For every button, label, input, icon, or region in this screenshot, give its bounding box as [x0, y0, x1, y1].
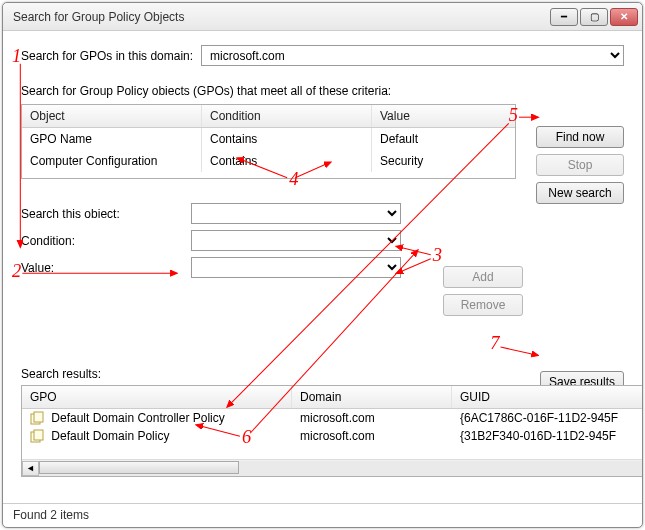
- results-label: Search results:: [21, 367, 101, 381]
- results-table: GPO Domain GUID Default Domain Controlle…: [21, 385, 642, 477]
- add-button[interactable]: Add: [443, 266, 523, 288]
- remove-button[interactable]: Remove: [443, 294, 523, 316]
- results-row[interactable]: Default Domain Controller Policy microso…: [22, 409, 642, 427]
- domain-select[interactable]: microsoft.com: [201, 45, 624, 66]
- svg-rect-3: [34, 430, 43, 440]
- scroll-track[interactable]: [39, 461, 642, 476]
- scroll-thumb[interactable]: [39, 461, 239, 474]
- search-object-select[interactable]: [191, 203, 401, 224]
- scroll-left-icon[interactable]: ◄: [22, 461, 39, 476]
- titlebar: Search for Group Policy Objects ━ ▢ ✕: [3, 3, 642, 31]
- results-header-domain[interactable]: Domain: [292, 386, 452, 408]
- criteria-body: GPO Name Contains Default Computer Confi…: [22, 128, 515, 178]
- svg-rect-1: [34, 412, 43, 422]
- minimize-button[interactable]: ━: [550, 8, 578, 26]
- criteria-cell-value: Default: [372, 128, 515, 150]
- criteria-header-condition[interactable]: Condition: [202, 105, 372, 127]
- dialog-body: Search for GPOs in this domain: microsof…: [3, 31, 642, 503]
- search-object-label: Search this obiect:: [21, 207, 191, 221]
- results-cell-gpo: Default Domain Policy: [22, 428, 292, 444]
- find-now-button[interactable]: Find now: [536, 126, 624, 148]
- window-title: Search for Group Policy Objects: [13, 10, 550, 24]
- criteria-label: Search for Group Policy obiects (GPOs) t…: [21, 84, 624, 98]
- results-cell-domain: microsoft.com: [292, 428, 452, 444]
- svg-line-21: [501, 347, 538, 355]
- criteria-cell-condition: Contains: [202, 150, 372, 172]
- domain-label: Search for GPOs in this domain:: [21, 49, 193, 63]
- criteria-cell-object: GPO Name: [22, 128, 202, 150]
- gpo-icon: [30, 429, 44, 443]
- svg-text:7: 7: [490, 333, 500, 353]
- value-label: Value:: [21, 261, 191, 275]
- window-buttons: ━ ▢ ✕: [550, 8, 638, 26]
- side-buttons: Find now Stop New search: [536, 126, 624, 204]
- condition-label: Condition:: [21, 234, 191, 248]
- results-cell-domain: microsoft.com: [292, 410, 452, 426]
- criteria-form: Search this obiect: Condition: Value:: [21, 203, 516, 278]
- criteria-cell-value: Security: [372, 150, 515, 172]
- status-text: Found 2 items: [13, 508, 89, 522]
- criteria-cell-object: Computer Configuration: [22, 150, 202, 172]
- form-buttons: Add Remove: [443, 266, 523, 316]
- results-body: Default Domain Controller Policy microso…: [22, 409, 642, 459]
- results-scrollbar[interactable]: ◄ ►: [22, 459, 642, 476]
- svg-text:1: 1: [12, 46, 21, 66]
- value-select[interactable]: [191, 257, 401, 278]
- criteria-header: Object Condition Value: [22, 105, 515, 128]
- close-button[interactable]: ✕: [610, 8, 638, 26]
- domain-row: Search for GPOs in this domain: microsof…: [21, 45, 624, 66]
- results-cell-guid: {31B2F340-016D-11D2-945F: [452, 428, 642, 444]
- svg-text:2: 2: [12, 261, 21, 281]
- results-cell-guid: {6AC1786C-016F-11D2-945F: [452, 410, 642, 426]
- criteria-row[interactable]: Computer Configuration Contains Security: [22, 150, 515, 172]
- criteria-header-value[interactable]: Value: [372, 105, 515, 127]
- results-header: GPO Domain GUID: [22, 386, 642, 409]
- results-row[interactable]: Default Domain Policy microsoft.com {31B…: [22, 427, 642, 445]
- results-header-gpo[interactable]: GPO: [22, 386, 292, 408]
- gpo-icon: [30, 411, 44, 425]
- status-bar: Found 2 items: [3, 503, 642, 527]
- condition-select[interactable]: [191, 230, 401, 251]
- window: Search for Group Policy Objects ━ ▢ ✕ Se…: [2, 2, 643, 528]
- criteria-header-object[interactable]: Object: [22, 105, 202, 127]
- criteria-cell-condition: Contains: [202, 128, 372, 150]
- new-search-button[interactable]: New search: [536, 182, 624, 204]
- criteria-table: Object Condition Value GPO Name Contains…: [21, 104, 516, 179]
- results-header-guid[interactable]: GUID: [452, 386, 642, 408]
- criteria-row[interactable]: GPO Name Contains Default: [22, 128, 515, 150]
- stop-button[interactable]: Stop: [536, 154, 624, 176]
- maximize-button[interactable]: ▢: [580, 8, 608, 26]
- results-cell-gpo: Default Domain Controller Policy: [22, 410, 292, 426]
